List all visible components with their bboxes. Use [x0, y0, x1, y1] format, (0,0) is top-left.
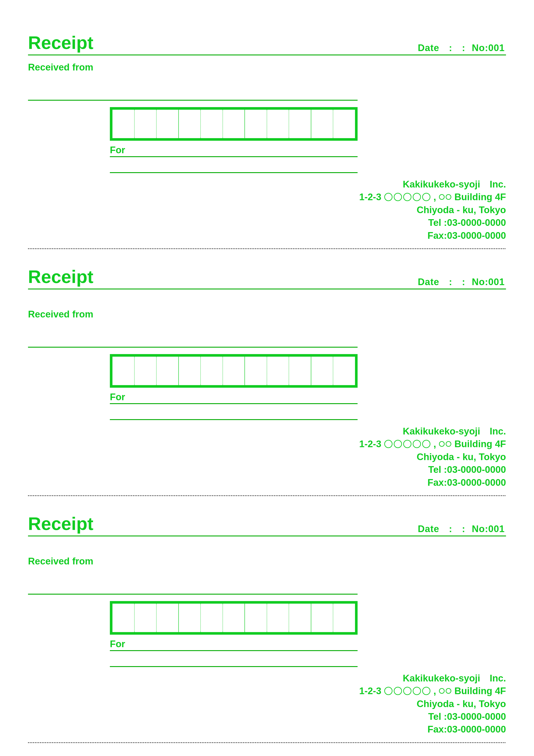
amount-digit — [156, 604, 178, 632]
amount-digit — [333, 357, 355, 385]
issuer-company: Kakikukeko-syoji Inc. — [28, 178, 506, 191]
amount-row — [110, 354, 506, 388]
amount-digit — [178, 604, 201, 632]
amount-box — [110, 354, 358, 388]
date-label: Date : : — [418, 42, 466, 53]
receipt-header: Receipt Date : : No:001 — [28, 266, 506, 289]
circle-icon — [446, 441, 451, 447]
circle-icon — [403, 687, 411, 695]
amount-digit — [289, 357, 311, 385]
issuer-company: Kakikukeko-syoji Inc. — [28, 425, 506, 438]
amount-digit — [134, 110, 156, 138]
amount-digit — [333, 604, 355, 632]
amount-digit — [156, 110, 178, 138]
receipt-slip: Receipt Date : : No:001 Received from — [28, 496, 506, 743]
circle-icon — [403, 440, 411, 448]
issuer-tel: Tel :03-0000-0000 — [28, 463, 506, 476]
received-from-label: Received from — [28, 309, 506, 320]
issuer-address-1: 1-2-3 , Building 4F — [28, 438, 506, 450]
receipt-slip: Receipt Date : : No:001 Received from — [28, 32, 506, 249]
circle-icon — [439, 441, 445, 447]
circle-icon — [422, 687, 430, 695]
for-label: For — [110, 638, 125, 649]
issuer-address-2: Chiyoda - ku, Tokyo — [28, 450, 506, 463]
circle-icon-group — [384, 193, 430, 201]
for-field-1: For — [110, 638, 358, 651]
circle-icon — [446, 194, 451, 200]
amount-digit — [156, 357, 178, 385]
for-label: For — [110, 145, 125, 155]
circle-icon-group — [384, 440, 430, 448]
amount-digit — [134, 357, 156, 385]
receipt-header: Receipt Date : : No:001 — [28, 32, 506, 55]
issuer-tel: Tel :03-0000-0000 — [28, 216, 506, 229]
amount-row — [110, 107, 506, 141]
circle-icon-group — [439, 688, 451, 694]
issuer-tel: Tel :03-0000-0000 — [28, 710, 506, 723]
circle-icon — [439, 194, 445, 200]
amount-digit — [222, 604, 245, 632]
amount-digit — [267, 110, 289, 138]
amount-digit — [311, 357, 333, 385]
circle-icon — [413, 193, 421, 201]
circle-icon — [413, 687, 421, 695]
date-no-row: Date : : No:001 — [418, 42, 506, 53]
circle-icon — [384, 193, 393, 201]
issuer-fax: Fax:03-0000-0000 — [28, 476, 506, 489]
for-field-2 — [110, 651, 358, 667]
circle-icon-group — [439, 441, 451, 447]
circle-icon — [422, 193, 430, 201]
receipt-number: No:001 — [472, 277, 505, 287]
amount-digit — [222, 110, 245, 138]
amount-digit — [178, 357, 201, 385]
circle-icon — [422, 440, 430, 448]
issuer-fax: Fax:03-0000-0000 — [28, 723, 506, 736]
amount-digit — [244, 604, 267, 632]
amount-digit — [311, 110, 333, 138]
circle-icon — [403, 193, 411, 201]
receipt-title: Receipt — [28, 513, 93, 534]
received-from-field — [28, 573, 358, 595]
amount-box — [110, 601, 358, 635]
date-no-row: Date : : No:001 — [418, 524, 506, 534]
issuer-address-1: 1-2-3 , Building 4F — [28, 191, 506, 203]
receipt-number: No:001 — [472, 524, 505, 534]
circle-icon — [394, 193, 402, 201]
amount-digit — [200, 604, 222, 632]
amount-box — [110, 107, 358, 141]
issuer-fax: Fax:03-0000-0000 — [28, 229, 506, 242]
amount-grid — [113, 110, 355, 138]
receipt-title: Receipt — [28, 266, 93, 287]
amount-digit — [222, 357, 245, 385]
date-no-row: Date : : No:001 — [418, 277, 506, 287]
issuer-block: Kakikukeko-syoji Inc. 1-2-3 , Building 4… — [28, 178, 506, 242]
date-label: Date : : — [418, 277, 466, 287]
amount-digit — [333, 110, 355, 138]
circle-icon — [439, 688, 445, 694]
issuer-address-1: 1-2-3 , Building 4F — [28, 685, 506, 697]
amount-digit — [113, 604, 134, 632]
amount-digit — [289, 110, 311, 138]
circle-icon — [384, 440, 393, 448]
amount-digit — [200, 110, 222, 138]
receipt-header: Receipt Date : : No:001 — [28, 513, 506, 536]
amount-digit — [113, 110, 134, 138]
amount-grid — [113, 604, 355, 632]
received-from-field — [28, 79, 358, 101]
amount-digit — [267, 604, 289, 632]
amount-digit — [289, 604, 311, 632]
circle-icon-group — [439, 194, 451, 200]
for-field-2 — [110, 157, 358, 173]
amount-digit — [267, 357, 289, 385]
circle-icon — [413, 440, 421, 448]
amount-digit — [244, 357, 267, 385]
for-field-2 — [110, 404, 358, 420]
amount-grid — [113, 357, 355, 385]
circle-icon — [394, 687, 402, 695]
circle-icon — [446, 688, 451, 694]
received-from-field — [28, 326, 358, 348]
receipt-slip: Receipt Date : : No:001 Received from — [28, 249, 506, 496]
receipt-number: No:001 — [472, 42, 505, 53]
amount-digit — [311, 604, 333, 632]
date-label: Date : : — [418, 524, 466, 534]
